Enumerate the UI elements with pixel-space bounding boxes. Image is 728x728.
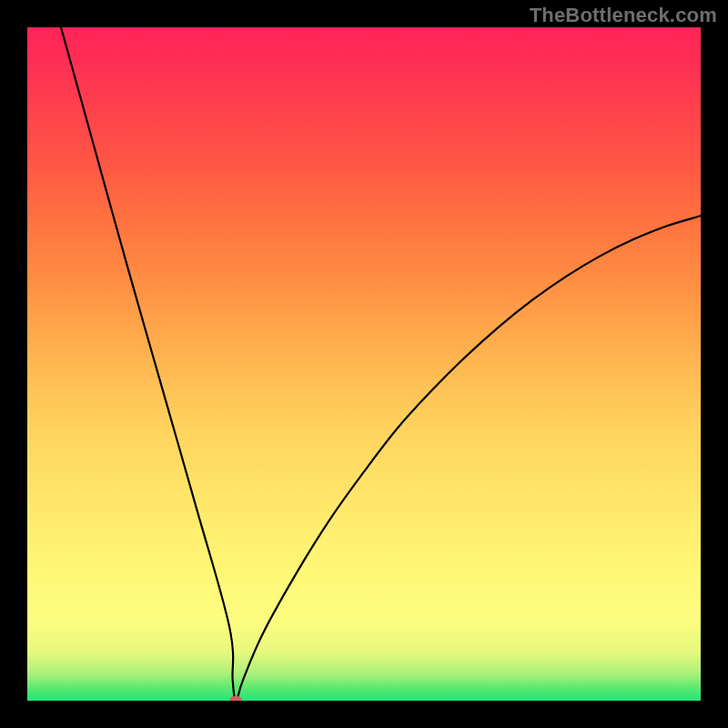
plot-area: [27, 27, 701, 701]
watermark-text: TheBottleneck.com: [530, 4, 717, 27]
bottleneck-minimum-marker: [229, 696, 242, 701]
chart-frame: TheBottleneck.com: [0, 0, 728, 728]
bottleneck-curve: [61, 27, 701, 701]
curve-svg: [27, 27, 701, 701]
